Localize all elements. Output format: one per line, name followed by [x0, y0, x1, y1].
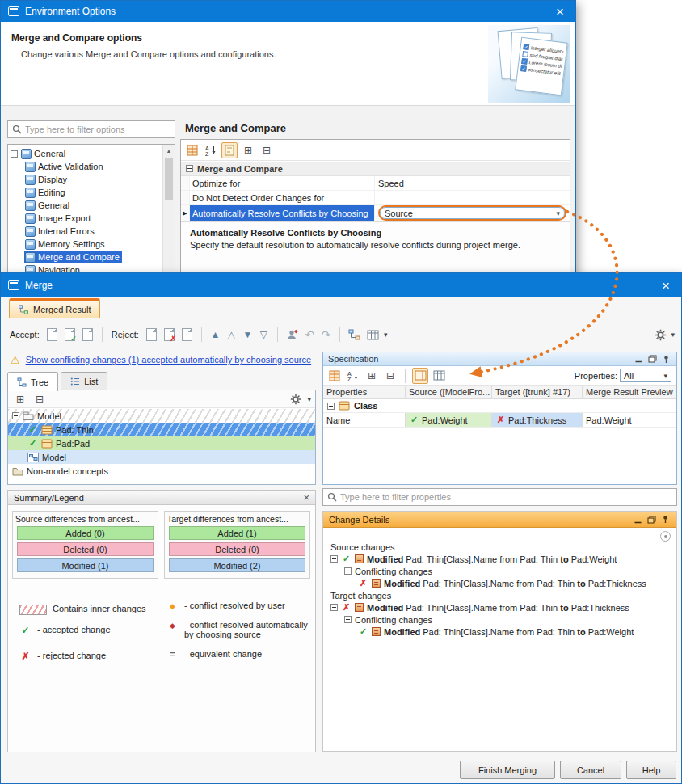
- scrollbar[interactable]: ▲: [162, 145, 175, 274]
- column-header-properties[interactable]: Properties: [323, 386, 406, 398]
- group-expander-icon[interactable]: [186, 165, 193, 172]
- tab-list[interactable]: List: [61, 372, 107, 390]
- change-details-row[interactable]: ✓Modified Pad: Thin[Class].Name from Pad…: [327, 626, 675, 638]
- options-tree-item[interactable]: Merge and Compare: [11, 251, 162, 263]
- options-tree-item[interactable]: Display: [11, 173, 162, 186]
- change-details-row[interactable]: Conflicting changes: [327, 565, 675, 577]
- sort-alphabetically-button[interactable]: AZ: [345, 368, 361, 384]
- resolve-conflicts-combobox[interactable]: Source ▾: [380, 207, 565, 219]
- reject-all-button[interactable]: [182, 328, 192, 341]
- tree-expander-icon[interactable]: [330, 604, 338, 611]
- options-tree-item[interactable]: Active Validation: [11, 160, 162, 173]
- tree-expander-icon[interactable]: [330, 555, 338, 563]
- redo-button[interactable]: ↷: [319, 328, 333, 341]
- previous-conflict-button[interactable]: △: [225, 329, 238, 340]
- model-tree-item[interactable]: Non-model concepts: [8, 464, 315, 478]
- float-panel-button[interactable]: [646, 515, 657, 525]
- previous-change-button[interactable]: ▲: [208, 329, 222, 340]
- options-tree-item[interactable]: Editing: [11, 186, 162, 199]
- pin-panel-button[interactable]: [660, 515, 671, 525]
- property-table-row[interactable]: Name ✓Pad:Weight ✗Pad:Thickness Pad:Weig…: [323, 413, 676, 428]
- categorized-view-button[interactable]: [184, 142, 200, 158]
- property-value[interactable]: [374, 191, 570, 204]
- tree-expander-icon[interactable]: [11, 150, 18, 158]
- close-panel-button[interactable]: ×: [303, 492, 309, 503]
- tree-expander-icon[interactable]: [344, 567, 352, 575]
- filter-options-box[interactable]: [7, 120, 175, 138]
- tab-tree[interactable]: Tree: [7, 372, 58, 391]
- property-row-order-changes[interactable]: Do Not Detect Order Changes for: [181, 191, 570, 205]
- float-panel-button[interactable]: [647, 354, 658, 364]
- show-columns-button[interactable]: [365, 327, 381, 343]
- options-tree-item[interactable]: Internal Errors: [11, 225, 162, 238]
- collapse-all-button[interactable]: ⊟: [259, 142, 275, 158]
- model-tree-item[interactable]: ✓Pad: Thin: [8, 423, 315, 436]
- reject-change-button[interactable]: [146, 328, 157, 341]
- expand-all-button[interactable]: ⊞: [364, 368, 380, 384]
- properties-filter-combobox[interactable]: All ▾: [620, 369, 671, 382]
- collapse-all-button[interactable]: ⊟: [382, 368, 398, 384]
- reject-with-children-button[interactable]: ✗: [164, 328, 175, 341]
- chevron-down-icon[interactable]: ▾: [384, 331, 388, 339]
- tree-options-gear-button[interactable]: [288, 391, 304, 407]
- pin-panel-button[interactable]: [661, 354, 671, 364]
- next-conflict-button[interactable]: ▽: [257, 329, 271, 340]
- chevron-down-icon[interactable]: ▾: [671, 331, 675, 339]
- change-details-row[interactable]: ✗Modified Pad: Thin[Class].Name from Pad…: [327, 601, 675, 613]
- property-value[interactable]: Speed: [374, 176, 570, 190]
- minimize-panel-button[interactable]: [634, 354, 644, 364]
- close-button[interactable]: ×: [552, 5, 568, 19]
- show-description-button[interactable]: [221, 142, 238, 158]
- undo-button[interactable]: ↶: [303, 328, 317, 341]
- accept-with-children-button[interactable]: ✓: [65, 328, 75, 341]
- close-button[interactable]: ×: [658, 279, 674, 293]
- change-details-row[interactable]: Conflicting changes: [327, 613, 675, 626]
- expand-all-button[interactable]: ⊞: [240, 142, 256, 158]
- expand-all-button[interactable]: ⊞: [12, 391, 28, 407]
- column-header-preview[interactable]: Merge Result Preview: [583, 386, 676, 398]
- group-expander-icon[interactable]: [327, 403, 335, 410]
- show-all-columns-button[interactable]: [431, 368, 447, 384]
- minimize-panel-button[interactable]: [633, 515, 643, 525]
- scroll-up-button[interactable]: ▲: [163, 145, 175, 157]
- accept-change-button[interactable]: [47, 328, 57, 341]
- options-tree-item[interactable]: Image Export: [11, 212, 162, 225]
- column-header-target[interactable]: Target ([trunk] #17): [492, 386, 583, 398]
- tree-expander-icon[interactable]: [12, 412, 19, 419]
- options-tree-item[interactable]: General: [11, 199, 162, 212]
- property-group-row[interactable]: Merge and Compare: [181, 162, 570, 176]
- tab-merged-result[interactable]: Merged Result: [9, 298, 100, 318]
- source-value-cell[interactable]: ✓Pad:Weight: [406, 413, 492, 427]
- model-tree-item[interactable]: Model: [8, 409, 315, 423]
- target-value-cell[interactable]: ✗Pad:Thickness: [492, 413, 583, 427]
- collapse-all-button[interactable]: ⊟: [32, 391, 48, 407]
- sort-alphabetically-button[interactable]: AZ: [203, 142, 219, 158]
- change-details-row[interactable]: ✓Modified Pad: Thin[Class].Name from Pad…: [327, 553, 675, 565]
- user-resolved-conflicts-button[interactable]: [284, 327, 301, 343]
- finish-merging-button[interactable]: Finish Merging: [460, 761, 555, 779]
- column-header-source[interactable]: Source ([ModelFro...: [406, 386, 492, 398]
- accept-all-button[interactable]: [82, 328, 93, 341]
- class-group-row[interactable]: Class: [323, 399, 676, 413]
- merge-title-bar[interactable]: Merge ×: [1, 273, 681, 297]
- property-row-resolve-conflicts[interactable]: ▶ Automatically Resolve Conflicts by Cho…: [181, 205, 570, 221]
- tree-root-item[interactable]: General: [11, 147, 162, 160]
- filter-properties-box[interactable]: [322, 488, 677, 506]
- settings-gear-button[interactable]: [652, 327, 668, 343]
- categorized-view-button[interactable]: [326, 368, 343, 384]
- help-button[interactable]: Help: [626, 761, 676, 779]
- tree-expander-icon[interactable]: [344, 616, 352, 623]
- next-change-button[interactable]: ▼: [241, 329, 255, 340]
- filter-options-input[interactable]: [25, 124, 170, 134]
- scroll-thumb[interactable]: [165, 158, 173, 200]
- model-tree-item[interactable]: ✓Pad:Pad: [8, 436, 315, 450]
- property-row-optimize-for[interactable]: Optimize for Speed: [181, 176, 570, 191]
- show-conflicting-changes-link[interactable]: Show conflicting changes (1) accepted au…: [26, 355, 311, 365]
- env-title-bar[interactable]: Environment Options ×: [1, 1, 575, 22]
- cancel-button[interactable]: Cancel: [560, 761, 621, 779]
- change-details-row[interactable]: ✗Modified Pad: Thin[Class].Name from Pad…: [327, 577, 675, 589]
- chevron-down-icon[interactable]: ▾: [307, 395, 311, 403]
- model-tree-item[interactable]: Model: [8, 450, 315, 464]
- merge-structure-button[interactable]: [347, 327, 363, 343]
- show-changed-properties-button[interactable]: [412, 368, 428, 384]
